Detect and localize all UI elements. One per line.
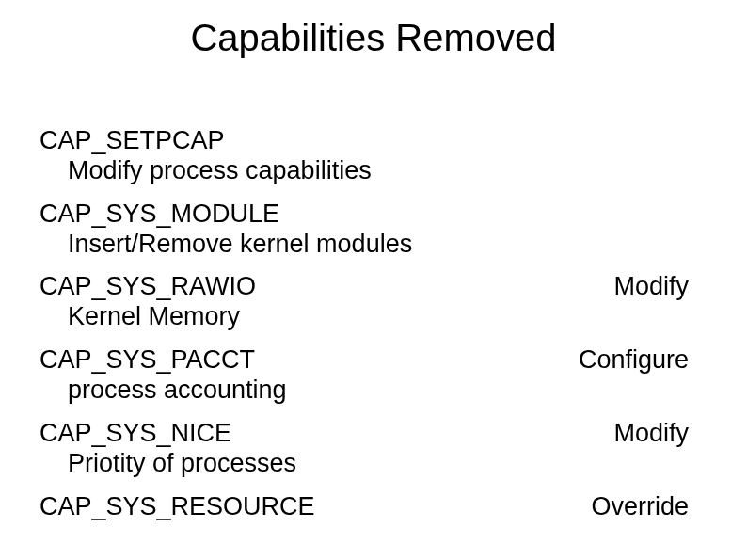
capability-desc: Priotity of processes — [40, 449, 707, 479]
capability-entry: CAP_SETPCAP Modify process capabilities — [40, 126, 707, 186]
capability-code: CAP_SYS_NICE — [40, 419, 231, 447]
capability-desc: process accounting — [40, 376, 707, 406]
capability-action: Configure — [579, 345, 707, 376]
capability-name: CAP_SYS_MODULE — [40, 200, 707, 230]
capability-desc: Kernel Memory — [40, 302, 707, 332]
capability-action: Modify — [613, 419, 707, 449]
capability-code: CAP_SYS_RESOURCE — [40, 492, 315, 520]
slide: Capabilities Removed CAP_SETPCAP Modify … — [0, 0, 747, 560]
capability-desc: Modify process capabilities — [40, 156, 707, 186]
capability-entry: CAP_SYS_NICE Modify Priotity of processe… — [40, 419, 707, 479]
capability-name: CAP_SYS_RAWIO Modify — [40, 272, 707, 302]
capability-action: Modify — [613, 272, 707, 302]
capability-name: CAP_SYS_PACCT Configure — [40, 345, 707, 376]
capability-name: CAP_SETPCAP — [40, 126, 707, 156]
capability-desc: Insert/Remove kernel modules — [40, 230, 707, 260]
capability-code: CAP_SETPCAP — [40, 126, 225, 154]
capability-code: CAP_SYS_RAWIO — [40, 272, 256, 300]
slide-title: Capabilities Removed — [0, 17, 747, 59]
slide-content: CAP_SETPCAP Modify process capabilities … — [40, 126, 707, 535]
capability-action: Override — [591, 492, 707, 522]
capability-code: CAP_SYS_MODULE — [40, 200, 279, 228]
capability-code: CAP_SYS_PACCT — [40, 345, 255, 374]
capability-entry: CAP_SYS_RAWIO Modify Kernel Memory — [40, 272, 707, 332]
capability-entry: CAP_SYS_RESOURCE Override — [40, 492, 707, 522]
capability-name: CAP_SYS_RESOURCE Override — [40, 492, 707, 522]
capability-name: CAP_SYS_NICE Modify — [40, 419, 707, 449]
capability-entry: CAP_SYS_PACCT Configure process accounti… — [40, 345, 707, 406]
capability-entry: CAP_SYS_MODULE Insert/Remove kernel modu… — [40, 200, 707, 260]
